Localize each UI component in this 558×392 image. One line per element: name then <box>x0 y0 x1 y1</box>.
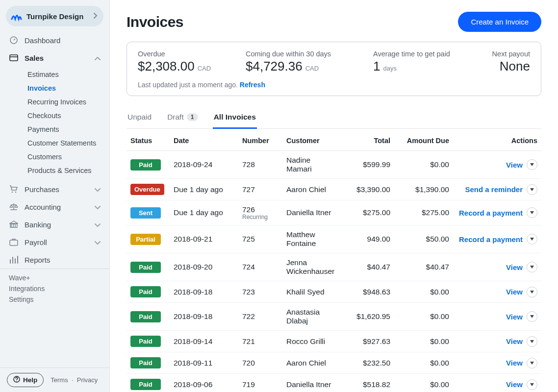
sidebar-item-estimates[interactable]: Estimates <box>0 68 109 81</box>
avg-paid-label: Average time to get paid <box>373 50 466 58</box>
sidebar-item-recurring-invoices[interactable]: Recurring Invoices <box>0 95 109 109</box>
nav-banking[interactable]: Banking <box>0 216 109 233</box>
wave-logo-icon <box>11 10 23 22</box>
row-action-dropdown[interactable] <box>527 184 537 195</box>
row-action-dropdown[interactable] <box>527 207 537 218</box>
help-icon <box>13 376 20 384</box>
company-switcher[interactable]: Turnpike Design <box>6 6 103 26</box>
row-action-dropdown[interactable] <box>527 287 537 297</box>
coming-due-value: $4,729.36 CAD <box>246 59 363 74</box>
cart-icon <box>9 185 19 193</box>
nav-reports[interactable]: Reports <box>0 251 109 269</box>
nav-accounting[interactable]: Accounting <box>0 198 109 216</box>
sidebar-item-payments[interactable]: Payments <box>0 122 109 136</box>
row-action-link[interactable]: View <box>506 288 523 296</box>
th-customer: Customer <box>282 131 340 151</box>
row-action-dropdown[interactable] <box>527 379 537 390</box>
nav-settings[interactable]: Settings <box>9 295 101 303</box>
sidebar-item-invoices[interactable]: Invoices <box>0 81 109 95</box>
cell-number: 723 <box>238 281 282 303</box>
cell-total: $275.00 <box>340 200 394 225</box>
help-button[interactable]: Help <box>7 373 44 387</box>
sidebar-item-products-services[interactable]: Products & Services <box>0 164 109 177</box>
table-header-row: Status Date Number Customer Total Amount… <box>127 131 541 151</box>
row-action-link[interactable]: Send a reminder <box>465 185 523 194</box>
cell-date: 2018-09-06 <box>170 374 238 392</box>
cell-total: $927.63 <box>340 331 394 352</box>
briefcase-icon <box>9 238 19 246</box>
cell-amount-due: $0.00 <box>394 303 453 331</box>
cell-total: 949.00 <box>340 225 394 253</box>
row-action-link[interactable]: View <box>506 313 523 321</box>
summary-refresh[interactable]: Refresh <box>240 81 265 89</box>
row-action-dropdown[interactable] <box>527 358 537 368</box>
nav-payroll[interactable]: Payroll <box>0 233 109 251</box>
nav-label: Accounting <box>25 203 61 211</box>
chevron-right-icon <box>93 12 98 21</box>
overdue-value: $2,308.00 CAD <box>138 59 236 74</box>
sidebar-item-customers[interactable]: Customers <box>0 150 109 164</box>
nav-label: Banking <box>25 220 51 229</box>
chevron-up-icon <box>95 54 101 62</box>
row-action-dropdown[interactable] <box>527 234 537 245</box>
terms-link[interactable]: Terms <box>51 376 68 384</box>
nav-integrations[interactable]: Integrations <box>9 285 101 293</box>
nav-sales[interactable]: Sales <box>0 49 109 67</box>
nav-wave-[interactable]: Wave+ <box>9 274 101 282</box>
overdue-label: Overdue <box>138 50 236 58</box>
row-action-link[interactable]: View <box>506 161 523 169</box>
table-row[interactable]: Paid2018-09-11720Aaron Chiel$232.50$0.00… <box>127 352 541 374</box>
help-label: Help <box>23 376 37 384</box>
row-action-dropdown[interactable] <box>527 336 537 347</box>
nav-dashboard[interactable]: Dashboard <box>0 31 109 49</box>
row-action-link[interactable]: View <box>506 380 523 389</box>
svg-rect-1 <box>10 55 18 61</box>
nav-purchases[interactable]: Purchases <box>0 180 109 198</box>
th-amount-due: Amount Due <box>394 131 453 151</box>
cell-date: 2018-09-18 <box>170 303 238 331</box>
row-action-link[interactable]: Record a payment <box>459 235 523 244</box>
table-row[interactable]: Partial2018-09-21725Matthew Fontaine949.… <box>127 225 541 253</box>
cell-date: 2018-09-14 <box>170 331 238 352</box>
status-badge: Partial <box>130 234 161 245</box>
table-row[interactable]: OverdueDue 1 day ago727Aaron Chiel$3,390… <box>127 179 541 200</box>
table-row[interactable]: Paid2018-09-24728Nadine Mamari$599.99$0.… <box>127 151 541 179</box>
scale-icon <box>9 203 19 211</box>
tabs: Unpaid Draft 1 All Invoices <box>127 108 541 129</box>
nav: Dashboard Sales EstimatesInvoicesRecurri… <box>0 31 109 368</box>
table-row[interactable]: Paid2018-09-14721Rocco Grilli$927.63$0.0… <box>127 331 541 352</box>
row-action-dropdown[interactable] <box>527 311 537 322</box>
status-badge: Paid <box>130 379 161 390</box>
table-row[interactable]: Paid2018-09-20724Jenna Wickenhauser$40.4… <box>127 253 541 281</box>
row-action-dropdown[interactable] <box>527 159 537 170</box>
row-action-link[interactable]: View <box>506 359 523 367</box>
cell-number: 728 <box>238 151 282 179</box>
sidebar-item-checkouts[interactable]: Checkouts <box>0 109 109 122</box>
cell-date: Due 1 day ago <box>170 200 238 225</box>
tab-draft[interactable]: Draft 1 <box>166 108 199 129</box>
row-action-link[interactable]: View <box>506 337 523 345</box>
table-row[interactable]: Paid2018-09-18722Anastasia Dlabaj$1,620.… <box>127 303 541 331</box>
cell-amount-due: $0.00 <box>394 374 453 392</box>
create-invoice-button[interactable]: Create an Invoice <box>458 12 541 32</box>
chevron-down-icon <box>95 203 101 211</box>
chevron-down-icon <box>95 220 101 229</box>
row-action-link[interactable]: Record a payment <box>459 209 523 217</box>
page-title: Invoices <box>127 14 183 30</box>
cell-amount-due: $0.00 <box>394 281 453 303</box>
tab-unpaid[interactable]: Unpaid <box>127 108 152 129</box>
cell-amount-due: $40.47 <box>394 253 453 281</box>
row-action-dropdown[interactable] <box>527 262 537 272</box>
privacy-link[interactable]: Privacy <box>77 376 98 384</box>
row-action-link[interactable]: View <box>506 263 523 271</box>
table-row[interactable]: Paid2018-09-06719Daniella Itner$518.82$0… <box>127 374 541 392</box>
svg-point-4 <box>15 192 17 193</box>
tab-all-invoices[interactable]: All Invoices <box>213 108 257 129</box>
cell-date: 2018-09-20 <box>170 253 238 281</box>
cell-number: 722 <box>238 303 282 331</box>
sidebar-item-customer-statements[interactable]: Customer Statements <box>0 136 109 150</box>
nav-label: Payroll <box>25 238 47 246</box>
table-row[interactable]: Paid2018-09-18723Khalil Syed$948.63$0.00… <box>127 281 541 303</box>
table-row[interactable]: SentDue 1 day ago726RecurringDaniella It… <box>127 200 541 225</box>
cell-date: 2018-09-18 <box>170 281 238 303</box>
